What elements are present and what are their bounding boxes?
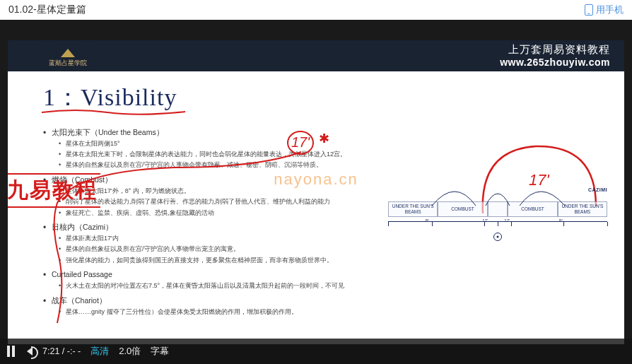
diagram-tick: 8° [426,218,430,223]
watermark-left: 九易教程 [8,173,100,208]
use-mobile-label: 用手机 [596,4,624,16]
title-underline-annotation [40,107,189,119]
current-time: 7:21 [42,346,59,356]
volume-icon [27,347,33,356]
video-player[interactable]: 蓝斯占星学院 上万套周易资料教程 www.265zhouyiw.com 1：Vi… [0,20,632,364]
pause-button[interactable] [7,346,17,357]
slide-frame: 蓝斯占星学院 上万套周易资料教程 www.265zhouyiw.com 1：Vi… [8,40,624,344]
page-header: 01.02-星体定量篇 用手机 [0,0,632,20]
subtitle-button[interactable]: 字幕 [151,345,169,358]
quality-button[interactable]: 高清 [90,345,109,358]
use-mobile-link[interactable]: 用手机 [585,4,624,16]
diagram-tick: 17' [482,218,488,223]
visibility-diagram: CAZIMI UNDER THE SUN'S BEAMS COMBUST COM… [388,201,607,300]
video-controls: 7:21 / -:- - 高清 2.0倍 字幕 [0,339,632,364]
diagram-tick: 8° [559,218,563,223]
time-display: 7:21 / -:- - [42,346,81,356]
sun-symbol-icon [493,233,502,241]
lesson-title: 01.02-星体定量篇 [8,4,86,16]
speed-button[interactable]: 2.0倍 [119,345,141,358]
duration: -:- - [67,346,81,356]
pause-icon [7,346,17,357]
section-title: 太阳光束下（Under the Beams） [43,127,347,138]
mobile-icon [585,4,593,16]
volume-button[interactable] [27,347,33,356]
diagram-tick: 17' [504,218,510,223]
